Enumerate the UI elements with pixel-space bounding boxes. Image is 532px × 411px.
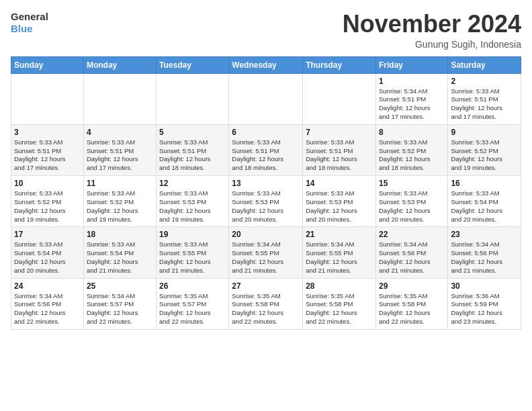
calendar-cell: 19Sunrise: 5:33 AM Sunset: 5:55 PM Dayli… (157, 227, 229, 278)
weekday-header-wednesday: Wednesday (229, 56, 303, 73)
calendar-week-row: 3Sunrise: 5:33 AM Sunset: 5:51 PM Daylig… (11, 124, 521, 175)
calendar-cell: 26Sunrise: 5:35 AM Sunset: 5:57 PM Dayli… (157, 278, 229, 329)
day-number: 11 (87, 179, 153, 188)
calendar-cell: 28Sunrise: 5:35 AM Sunset: 5:58 PM Dayli… (303, 278, 376, 329)
calendar-cell: 1Sunrise: 5:34 AM Sunset: 5:51 PM Daylig… (375, 73, 447, 124)
calendar-cell: 20Sunrise: 5:34 AM Sunset: 5:55 PM Dayli… (229, 227, 303, 278)
day-number: 14 (306, 179, 373, 188)
day-info: Sunrise: 5:34 AM Sunset: 5:56 PM Dayligh… (451, 240, 518, 275)
day-info: Sunrise: 5:34 AM Sunset: 5:56 PM Dayligh… (14, 292, 81, 326)
calendar-cell: 17Sunrise: 5:33 AM Sunset: 5:54 PM Dayli… (11, 227, 84, 278)
calendar-cell: 9Sunrise: 5:33 AM Sunset: 5:52 PM Daylig… (448, 124, 521, 175)
calendar-cell: 5Sunrise: 5:33 AM Sunset: 5:51 PM Daylig… (157, 124, 229, 175)
calendar-cell: 24Sunrise: 5:34 AM Sunset: 5:56 PM Dayli… (11, 278, 84, 329)
weekday-header-sunday: Sunday (11, 56, 84, 73)
day-number: 21 (306, 230, 373, 239)
day-number: 30 (451, 281, 518, 291)
day-number: 1 (379, 77, 445, 86)
day-info: Sunrise: 5:33 AM Sunset: 5:52 PM Dayligh… (87, 189, 153, 224)
day-info: Sunrise: 5:34 AM Sunset: 5:57 PM Dayligh… (87, 292, 153, 326)
calendar-cell: 21Sunrise: 5:34 AM Sunset: 5:55 PM Dayli… (303, 227, 376, 278)
day-number: 16 (451, 179, 518, 188)
day-info: Sunrise: 5:33 AM Sunset: 5:53 PM Dayligh… (232, 189, 300, 224)
day-info: Sunrise: 5:33 AM Sunset: 5:52 PM Dayligh… (379, 138, 445, 173)
calendar-cell: 30Sunrise: 5:36 AM Sunset: 5:59 PM Dayli… (448, 278, 521, 329)
day-info: Sunrise: 5:33 AM Sunset: 5:52 PM Dayligh… (451, 138, 518, 173)
calendar-cell: 15Sunrise: 5:33 AM Sunset: 5:53 PM Dayli… (375, 176, 447, 227)
title-block: November 2024 Gunung Sugih, Indonesia (343, 11, 521, 50)
calendar-cell (157, 73, 229, 124)
day-number: 10 (14, 179, 81, 188)
weekday-header-saturday: Saturday (448, 56, 521, 73)
day-info: Sunrise: 5:33 AM Sunset: 5:51 PM Dayligh… (159, 138, 226, 173)
location-subtitle: Gunung Sugih, Indonesia (343, 39, 521, 50)
calendar-cell: 16Sunrise: 5:33 AM Sunset: 5:54 PM Dayli… (448, 176, 521, 227)
day-number: 27 (232, 281, 300, 291)
day-number: 13 (232, 179, 300, 188)
calendar-cell (11, 73, 84, 124)
calendar-cell: 29Sunrise: 5:35 AM Sunset: 5:58 PM Dayli… (375, 278, 447, 329)
day-info: Sunrise: 5:35 AM Sunset: 5:58 PM Dayligh… (379, 292, 445, 326)
calendar-cell: 10Sunrise: 5:33 AM Sunset: 5:52 PM Dayli… (11, 176, 84, 227)
logo-general: General (11, 11, 48, 23)
calendar-cell (83, 73, 156, 124)
calendar-cell: 22Sunrise: 5:34 AM Sunset: 5:56 PM Dayli… (375, 227, 447, 278)
day-info: Sunrise: 5:34 AM Sunset: 5:55 PM Dayligh… (306, 240, 373, 275)
day-number: 28 (306, 281, 373, 291)
day-number: 17 (14, 230, 81, 239)
calendar-week-row: 1Sunrise: 5:34 AM Sunset: 5:51 PM Daylig… (11, 73, 521, 124)
day-info: Sunrise: 5:33 AM Sunset: 5:54 PM Dayligh… (451, 189, 518, 224)
calendar-week-row: 24Sunrise: 5:34 AM Sunset: 5:56 PM Dayli… (11, 278, 521, 329)
calendar-table: SundayMondayTuesdayWednesdayThursdayFrid… (11, 56, 521, 330)
day-info: Sunrise: 5:33 AM Sunset: 5:54 PM Dayligh… (87, 240, 153, 275)
month-title: November 2024 (343, 11, 521, 38)
logo-blue: Blue (11, 23, 48, 35)
day-number: 12 (159, 179, 226, 188)
day-info: Sunrise: 5:36 AM Sunset: 5:59 PM Dayligh… (451, 292, 518, 326)
day-info: Sunrise: 5:33 AM Sunset: 5:51 PM Dayligh… (451, 87, 518, 122)
calendar-cell (303, 73, 376, 124)
calendar-week-row: 17Sunrise: 5:33 AM Sunset: 5:54 PM Dayli… (11, 227, 521, 278)
header: General Blue November 2024 Gunung Sugih,… (11, 11, 521, 50)
day-number: 2 (451, 77, 518, 86)
calendar-cell: 18Sunrise: 5:33 AM Sunset: 5:54 PM Dayli… (83, 227, 156, 278)
calendar-cell: 12Sunrise: 5:33 AM Sunset: 5:53 PM Dayli… (157, 176, 229, 227)
day-info: Sunrise: 5:35 AM Sunset: 5:57 PM Dayligh… (159, 292, 226, 326)
calendar-cell: 7Sunrise: 5:33 AM Sunset: 5:51 PM Daylig… (303, 124, 376, 175)
day-info: Sunrise: 5:33 AM Sunset: 5:53 PM Dayligh… (379, 189, 445, 224)
day-info: Sunrise: 5:35 AM Sunset: 5:58 PM Dayligh… (232, 292, 300, 326)
day-info: Sunrise: 5:33 AM Sunset: 5:51 PM Dayligh… (14, 138, 81, 173)
day-number: 19 (159, 230, 226, 239)
weekday-header-monday: Monday (83, 56, 156, 73)
day-number: 6 (232, 128, 300, 137)
day-info: Sunrise: 5:33 AM Sunset: 5:54 PM Dayligh… (14, 240, 81, 275)
day-number: 23 (451, 230, 518, 239)
weekday-header-friday: Friday (375, 56, 447, 73)
day-number: 3 (14, 128, 81, 137)
day-info: Sunrise: 5:35 AM Sunset: 5:58 PM Dayligh… (306, 292, 373, 326)
calendar-cell (229, 73, 303, 124)
calendar-cell: 27Sunrise: 5:35 AM Sunset: 5:58 PM Dayli… (229, 278, 303, 329)
day-info: Sunrise: 5:34 AM Sunset: 5:56 PM Dayligh… (379, 240, 445, 275)
day-info: Sunrise: 5:33 AM Sunset: 5:51 PM Dayligh… (306, 138, 373, 173)
calendar-cell: 25Sunrise: 5:34 AM Sunset: 5:57 PM Dayli… (83, 278, 156, 329)
day-info: Sunrise: 5:34 AM Sunset: 5:51 PM Dayligh… (379, 87, 445, 122)
day-number: 24 (14, 281, 81, 291)
day-info: Sunrise: 5:33 AM Sunset: 5:51 PM Dayligh… (87, 138, 153, 173)
day-number: 20 (232, 230, 300, 239)
weekday-header-thursday: Thursday (303, 56, 376, 73)
day-number: 18 (87, 230, 153, 239)
day-number: 7 (306, 128, 373, 137)
day-info: Sunrise: 5:33 AM Sunset: 5:55 PM Dayligh… (159, 240, 226, 275)
day-number: 9 (451, 128, 518, 137)
day-number: 22 (379, 230, 445, 239)
calendar-cell: 23Sunrise: 5:34 AM Sunset: 5:56 PM Dayli… (448, 227, 521, 278)
day-number: 8 (379, 128, 445, 137)
weekday-header-row: SundayMondayTuesdayWednesdayThursdayFrid… (11, 56, 521, 73)
day-number: 15 (379, 179, 445, 188)
logo: General Blue (11, 11, 48, 35)
calendar-cell: 3Sunrise: 5:33 AM Sunset: 5:51 PM Daylig… (11, 124, 84, 175)
day-number: 5 (159, 128, 226, 137)
day-number: 26 (159, 281, 226, 291)
day-number: 25 (87, 281, 153, 291)
